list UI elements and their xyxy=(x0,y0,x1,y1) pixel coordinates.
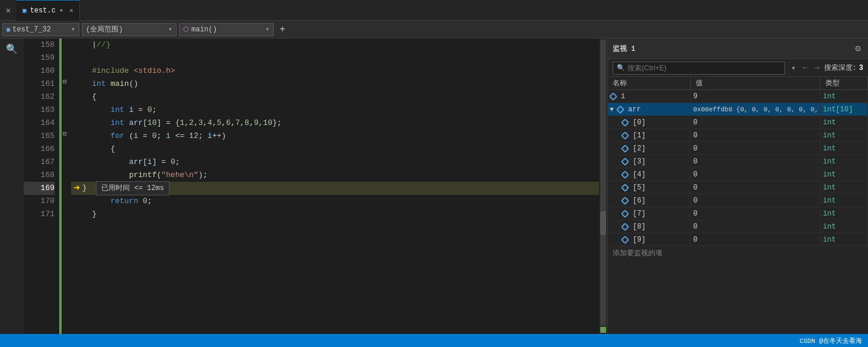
depth-value: 3 xyxy=(859,64,863,72)
green-bar xyxy=(59,38,62,334)
watch-row-5[interactable]: [5] 0 int xyxy=(608,181,868,194)
search-box: 🔍 xyxy=(613,62,785,75)
watch-cell-type-0: int xyxy=(821,116,868,128)
watch-row-8[interactable]: [8] 0 int xyxy=(608,220,868,233)
tab-close-x[interactable]: ✕ xyxy=(0,0,17,21)
scope-dropdown[interactable]: (全局范围) ▾ xyxy=(82,23,177,36)
tab-test-c[interactable]: ▣ test.c ▪ ✕ xyxy=(17,0,80,21)
search-input[interactable] xyxy=(627,64,781,72)
code-line-168: printf("hehe\n"); xyxy=(71,169,599,182)
code-lines: |//} #include <stdio.h> int main() { xyxy=(71,38,599,334)
scrollbar-track[interactable] xyxy=(600,40,606,326)
watch-rows: i 9 int ▶ arr 0x00effdb8 {0, 0, 0, 0, 0,… xyxy=(608,90,868,334)
tab-modified-icon: ▪ xyxy=(59,7,63,15)
function-dropdown-label: main() xyxy=(191,25,217,34)
watch-row-7[interactable]: [7] 0 int xyxy=(608,207,868,220)
code-line-167: arr[i] = 0; xyxy=(71,156,599,169)
col-header-type: 类型 xyxy=(821,77,868,89)
code-line-165: for (i = 0; i <= 12; i++) xyxy=(71,130,599,143)
watch-title: 监视 1 xyxy=(613,44,635,54)
watch-icon-0 xyxy=(621,118,629,126)
fold-icon-165[interactable]: ⊟ xyxy=(63,130,67,137)
scrollbar-thumb[interactable] xyxy=(600,211,606,235)
code-line-159 xyxy=(71,52,599,65)
arrow-indicator: ➜ xyxy=(73,182,80,195)
watch-icon-arr xyxy=(616,105,624,113)
col-header-name: 名称 xyxy=(608,77,691,89)
scrollbar-bottom-indicator xyxy=(600,327,606,333)
code-gutter: ⊟ ⊟ xyxy=(59,38,71,334)
watch-cell-type-arr: int[10] xyxy=(821,103,868,115)
code-line-164: int arr[10] = {1,2,3,4,5,6,7,8,9,10}; xyxy=(71,117,599,130)
watch-search-controls: ▾ ← → 搜索深度: 3 xyxy=(789,62,863,74)
left-sidebar: 🔍 xyxy=(0,38,24,334)
code-line-166: { xyxy=(71,143,599,156)
scope-dropdown-label: (全局范围) xyxy=(86,24,123,34)
file-dropdown-label: test_7_32 xyxy=(12,25,51,34)
depth-label: 搜索深度: xyxy=(824,63,857,73)
function-dropdown-arrow: ▾ xyxy=(265,25,270,34)
watch-cell-name-0: [0] xyxy=(608,116,691,128)
watch-settings-icon[interactable]: ⚙ xyxy=(853,41,863,56)
code-line-163: int i = 0; xyxy=(71,104,599,117)
tab-file-icon: ▣ xyxy=(23,7,27,14)
file-dropdown-arrow: ▾ xyxy=(71,25,75,34)
add-button[interactable]: + xyxy=(276,24,289,35)
watch-header: 监视 1 ⚙ xyxy=(608,38,868,59)
code-line-161: int main() xyxy=(71,78,599,91)
function-dropdown[interactable]: ⬡ main() ▾ xyxy=(179,23,274,36)
search-prev-icon[interactable]: ← xyxy=(800,62,810,73)
watch-row-2[interactable]: [2] 0 int xyxy=(608,142,868,155)
tab-label: test.c xyxy=(30,7,56,15)
main-area: 🔍 158 159 160 161 162 163 164 165 166 16… xyxy=(0,38,868,334)
line-numbers: 158 159 160 161 162 163 164 165 166 167 … xyxy=(24,38,59,334)
search-icon: 🔍 xyxy=(617,64,625,72)
code-line-171: } xyxy=(71,208,599,221)
search-dropdown-icon[interactable]: ▾ xyxy=(789,62,798,74)
function-icon: ⬡ xyxy=(183,25,189,33)
watch-row-6[interactable]: [6] 0 int xyxy=(608,194,868,207)
watch-cell-name-arr: ▶ arr xyxy=(608,103,691,115)
tab-close-icon[interactable]: ✕ xyxy=(69,7,73,14)
code-line-158: |//} xyxy=(71,38,599,52)
tab-bar: ✕ ▣ test.c ▪ ✕ xyxy=(0,0,868,21)
watch-row-4[interactable]: [4] 0 int xyxy=(608,168,868,181)
credit-text: CSDN @在冬天去看海 xyxy=(799,336,862,345)
expand-arrow-arr[interactable]: ▶ xyxy=(608,107,616,111)
watch-row-arr[interactable]: ▶ arr 0x00effdb8 {0, 0, 0, 0, 0, 0, 0, 0… xyxy=(608,103,868,116)
watch-col-headers: 名称 值 类型 xyxy=(608,77,868,90)
watch-row-i[interactable]: i 9 int xyxy=(608,90,868,103)
status-bar: CSDN @在冬天去看海 xyxy=(0,334,868,347)
code-line-160: #include <stdio.h> xyxy=(71,65,599,78)
code-line-169: ➜ } 已用时间 <= 12ms xyxy=(71,182,599,195)
fold-icon-161[interactable]: ⊟ xyxy=(63,78,67,85)
watch-panel: 监视 1 ⚙ 🔍 ▾ ← → 搜索深度: 3 名称 值 类型 xyxy=(607,38,868,334)
code-line-170: return 0; xyxy=(71,195,599,208)
sidebar-search-icon[interactable]: 🔍 xyxy=(4,41,20,57)
watch-cell-value-arr: 0x00effdb8 {0, 0, 0, 0, 0, 0, 0, 0, 0... xyxy=(691,103,821,115)
watch-cell-value-0: 0 xyxy=(691,116,821,128)
watch-row-0[interactable]: [0] 0 int xyxy=(608,116,868,129)
toolbar: ▣ test_7_32 ▾ (全局范围) ▾ ⬡ main() ▾ + xyxy=(0,21,868,38)
code-container: 158 159 160 161 162 163 164 165 166 167 … xyxy=(24,38,607,334)
editor-area: 158 159 160 161 162 163 164 165 166 167 … xyxy=(24,38,607,334)
search-next-icon[interactable]: → xyxy=(812,62,822,73)
scope-dropdown-arrow: ▾ xyxy=(168,25,172,34)
file-icon: ▣ xyxy=(7,26,10,33)
watch-row-1[interactable]: [1] 0 int xyxy=(608,129,868,142)
add-watch-row[interactable]: 添加要监视的项 xyxy=(608,246,868,259)
watch-cell-name-1: [1] xyxy=(608,129,691,142)
watch-icon-i xyxy=(609,92,617,100)
watch-cell-value-i: 9 xyxy=(691,90,821,102)
watch-toolbar: 🔍 ▾ ← → 搜索深度: 3 xyxy=(608,59,868,77)
col-header-value: 值 xyxy=(691,77,821,89)
watch-cell-name-i: i xyxy=(608,90,691,102)
editor-scrollbar[interactable] xyxy=(599,38,607,334)
file-dropdown[interactable]: ▣ test_7_32 ▾ xyxy=(2,23,79,36)
watch-row-9[interactable]: [9] 0 int xyxy=(608,233,868,246)
watch-row-3[interactable]: [3] 0 int xyxy=(608,155,868,168)
code-line-162: { xyxy=(71,91,599,104)
watch-cell-type-i: int xyxy=(821,90,868,102)
